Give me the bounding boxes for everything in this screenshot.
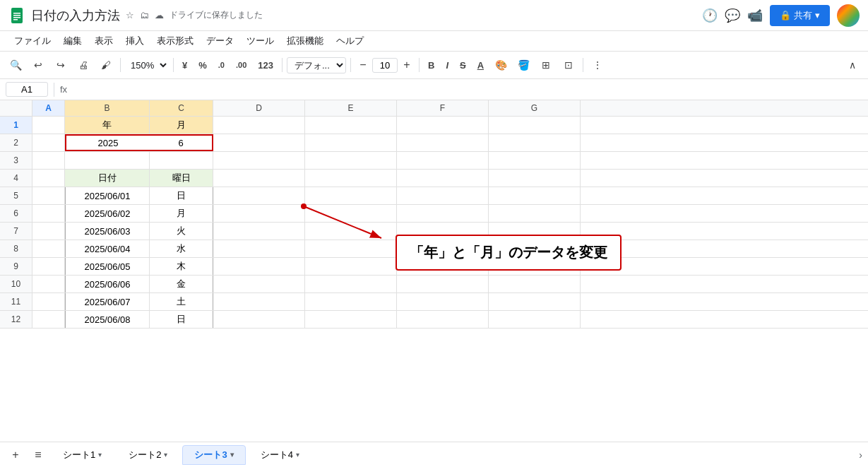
cell-f10[interactable] — [397, 276, 489, 292]
col-header-b[interactable]: B — [65, 100, 150, 116]
italic-btn[interactable]: I — [441, 59, 453, 72]
collapse-toolbar-btn[interactable]: ∧ — [843, 55, 862, 75]
decimal-decrease-btn[interactable]: .00 — [232, 59, 251, 71]
menu-edit[interactable]: 編集 — [58, 32, 88, 49]
cell-e7[interactable] — [305, 223, 397, 240]
cloud-icon[interactable]: ☁ — [155, 10, 164, 20]
cell-b10[interactable]: 2025/06/06 — [65, 276, 150, 292]
scroll-right-icon[interactable]: › — [859, 449, 862, 461]
cell-b7[interactable]: 2025/06/03 — [65, 223, 150, 240]
cell-d2[interactable] — [213, 134, 305, 151]
cell-f8[interactable] — [397, 240, 489, 257]
cell-c7[interactable]: 火 — [150, 223, 213, 240]
cell-c12[interactable]: 日 — [150, 311, 213, 328]
cell-e11[interactable] — [305, 293, 397, 310]
cell-g4[interactable] — [489, 170, 581, 187]
menu-insert[interactable]: 挿入 — [120, 32, 150, 49]
cell-g7[interactable] — [489, 223, 581, 240]
share-button[interactable]: 🔒 共有 ▾ — [770, 5, 830, 26]
menu-format[interactable]: 表示形式 — [151, 32, 199, 49]
menu-file[interactable]: ファイル — [8, 32, 57, 49]
cell-d1[interactable] — [213, 117, 305, 134]
cell-a4[interactable] — [32, 170, 65, 187]
row-num-12[interactable]: 12 — [0, 311, 32, 328]
tab-sheet1[interactable]: シート1 ▾ — [51, 445, 114, 465]
cell-a10[interactable] — [32, 276, 65, 292]
cell-a6[interactable] — [32, 205, 65, 222]
row-num-1[interactable]: 1 — [0, 117, 32, 134]
undo-btn[interactable]: ↩ — [28, 55, 48, 75]
row-num-3[interactable]: 3 — [0, 152, 32, 169]
cell-d11[interactable] — [213, 293, 305, 310]
row-num-7[interactable]: 7 — [0, 223, 32, 240]
cell-c3[interactable] — [150, 152, 213, 169]
cell-e12[interactable] — [305, 311, 397, 328]
cell-c9[interactable]: 木 — [150, 258, 213, 275]
cell-e6[interactable] — [305, 205, 397, 222]
col-header-e[interactable]: E — [305, 100, 397, 116]
star-icon[interactable]: ☆ — [126, 10, 134, 20]
cell-c11[interactable]: 土 — [150, 293, 213, 310]
col-header-f[interactable]: F — [397, 100, 489, 116]
cell-d8[interactable] — [213, 240, 305, 257]
cell-d7[interactable] — [213, 223, 305, 240]
tab-sheet2[interactable]: シート2 ▾ — [117, 445, 179, 465]
cell-g3[interactable] — [489, 152, 581, 169]
cell-a8[interactable] — [32, 240, 65, 257]
cell-c2[interactable]: 6 — [150, 134, 213, 151]
cell-d4[interactable] — [213, 170, 305, 187]
cell-d6[interactable] — [213, 205, 305, 222]
cell-a9[interactable] — [32, 258, 65, 275]
cell-f11[interactable] — [397, 293, 489, 310]
percent-btn[interactable]: % — [194, 59, 211, 72]
row-num-6[interactable]: 6 — [0, 205, 32, 222]
row-num-11[interactable]: 11 — [0, 293, 32, 310]
search-toolbar-btn[interactable]: 🔍 — [6, 55, 25, 75]
cell-g2[interactable] — [489, 134, 581, 151]
cell-b11[interactable]: 2025/06/07 — [65, 293, 150, 310]
row-num-2[interactable]: 2 — [0, 134, 32, 151]
row-num-10[interactable]: 10 — [0, 276, 32, 292]
cell-b12[interactable]: 2025/06/08 — [65, 311, 150, 328]
row-num-5[interactable]: 5 — [0, 187, 32, 204]
cell-g8[interactable] — [489, 240, 581, 257]
cell-f2[interactable] — [397, 134, 489, 151]
cell-a12[interactable] — [32, 311, 65, 328]
formula-input[interactable] — [73, 84, 862, 95]
col-header-a[interactable]: A — [32, 100, 65, 116]
cell-f4[interactable] — [397, 170, 489, 187]
cell-c8[interactable]: 水 — [150, 240, 213, 257]
col-header-g[interactable]: G — [489, 100, 581, 116]
cell-d9[interactable] — [213, 258, 305, 275]
cell-c4[interactable]: 曜日 — [150, 170, 213, 187]
video-icon[interactable]: 📹 — [747, 8, 763, 23]
folder-icon[interactable]: 🗂 — [140, 10, 149, 20]
cell-g6[interactable] — [489, 205, 581, 222]
col-header-c[interactable]: C — [150, 100, 213, 116]
strikethrough-btn[interactable]: S — [456, 59, 470, 72]
add-sheet-btn[interactable]: + — [6, 445, 25, 465]
row-num-4[interactable]: 4 — [0, 170, 32, 187]
cell-ref-input[interactable] — [6, 82, 48, 97]
font-size-input[interactable] — [372, 58, 398, 73]
currency-btn[interactable]: ¥ — [178, 59, 191, 72]
cell-f3[interactable] — [397, 152, 489, 169]
cell-b8[interactable]: 2025/06/04 — [65, 240, 150, 257]
menu-data[interactable]: データ — [201, 32, 239, 49]
row-num-8[interactable]: 8 — [0, 240, 32, 257]
cell-b5[interactable]: 2025/06/01 — [65, 187, 150, 204]
cell-a5[interactable] — [32, 187, 65, 204]
cell-a3[interactable] — [32, 152, 65, 169]
paintformat-btn[interactable]: 🖌 — [96, 55, 116, 75]
row-num-9[interactable]: 9 — [0, 258, 32, 275]
merge-btn[interactable]: ⊡ — [559, 55, 578, 75]
cell-f12[interactable] — [397, 311, 489, 328]
cell-a7[interactable] — [32, 223, 65, 240]
cell-c6[interactable]: 月 — [150, 205, 213, 222]
more-toolbar-btn[interactable]: ⋮ — [588, 55, 607, 75]
cell-e10[interactable] — [305, 276, 397, 292]
borders-btn[interactable]: ⊞ — [536, 55, 556, 75]
font-size-decrease-btn[interactable]: − — [355, 57, 371, 73]
decimal-increase-btn[interactable]: .0 — [214, 59, 229, 71]
zoom-select[interactable]: 150% — [125, 58, 169, 73]
